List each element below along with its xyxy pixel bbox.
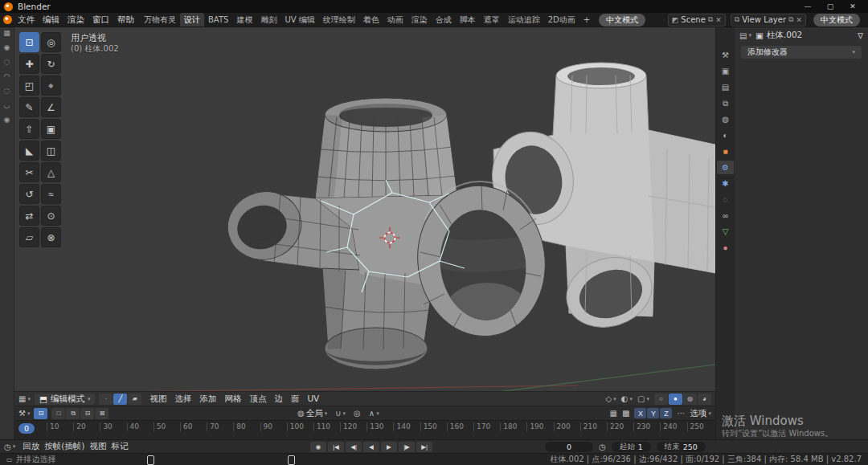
playback-menu[interactable]: 按帧(插帧) (42, 441, 87, 452)
select-option-button-select-intersect[interactable]: ⊠ (95, 408, 108, 419)
scene-close-icon[interactable]: ✕ (715, 16, 722, 24)
transport-button-play-reverse[interactable]: ◀ (363, 442, 379, 452)
properties-tab-scene[interactable]: ◍ (717, 112, 734, 126)
top-menu[interactable]: 编辑 (39, 14, 63, 27)
workspace-tab[interactable]: 纹理绘制 (319, 13, 359, 27)
minimize-button[interactable]: — (796, 0, 819, 13)
axis-button[interactable]: X (634, 408, 646, 418)
tool-button-loop-cut[interactable]: ◫ (41, 141, 61, 161)
workspace-tab[interactable]: BATS (204, 14, 232, 26)
strip-icon-toggle-5[interactable]: ◡ (4, 102, 10, 109)
properties-tab-output[interactable]: ▤ (717, 80, 734, 94)
workspace-tab[interactable]: 合成 (432, 13, 456, 27)
strip-icon-toggle-1[interactable]: ◉ (4, 44, 10, 51)
end-frame-field[interactable]: 结束250 (657, 442, 706, 452)
properties-tab-constraints[interactable]: ∞ (717, 209, 734, 222)
tool-button-select-box[interactable]: ⊡ (19, 32, 39, 52)
viewport-toggle-show-gizmo[interactable]: ◇▾ (606, 394, 616, 403)
shading-mode-button-material-preview[interactable]: ◍ (683, 394, 697, 405)
transport-button-jump-end[interactable]: ▶| (416, 442, 432, 452)
language-mode-button[interactable]: 中文模式 (599, 14, 645, 27)
transport-button-prev-keyframe[interactable]: ◀| (346, 442, 362, 452)
select-option-button-select-subtract[interactable]: ⊟ (80, 408, 94, 419)
view-layer-selector[interactable]: ⧉ View Layer ⧉ ✕ (731, 14, 806, 27)
active-tool-button[interactable]: ⊡ (34, 408, 47, 419)
workspace-tab[interactable]: + (579, 14, 594, 26)
shading-mode-button-wireframe[interactable]: ○ (654, 394, 668, 405)
filter-icon[interactable]: ∇ (858, 31, 863, 40)
workspace-tab[interactable]: 遮罩 (480, 13, 504, 27)
top-menu[interactable]: 帮助 (113, 14, 138, 27)
tool-button-shear[interactable]: ▱ (19, 227, 39, 247)
workspace-tab[interactable]: 运动追踪 (504, 13, 544, 27)
viewport-canvas[interactable] (14, 27, 715, 391)
top-menu[interactable]: 窗口 (88, 14, 113, 27)
viewport-menu[interactable]: 选择 (170, 394, 195, 405)
workspace-tab[interactable]: 2D动画 (544, 13, 579, 27)
strip-icon-toggle-4[interactable]: ◌ (4, 88, 10, 95)
viewport-toggle-toggle-xray[interactable]: ▢▾ (637, 394, 649, 403)
maximize-button[interactable]: ▢ (819, 0, 841, 13)
axis-button[interactable]: Y (647, 408, 659, 418)
axis-button[interactable]: Z (660, 408, 672, 418)
tool-button-cursor[interactable]: ◎ (41, 32, 61, 52)
select-option-button-select-extend[interactable]: ⧉ (66, 408, 80, 419)
properties-tab-physics[interactable]: ◌ (717, 193, 734, 206)
tool-button-transform[interactable]: ⌖ (41, 75, 61, 96)
tool-button-smooth[interactable]: ≈ (41, 184, 61, 204)
workspace-tab[interactable]: 设计 (180, 13, 204, 27)
properties-tab-object-data[interactable]: ▽ (717, 225, 734, 239)
viewport-menu[interactable]: 网格 (220, 394, 245, 405)
tool-button-rip-region[interactable]: ⊗ (41, 227, 61, 247)
top-menu[interactable]: 渲染 (63, 14, 88, 27)
viewport-menu[interactable]: 视图 (145, 394, 170, 405)
viewport-3d[interactable]: 用户透视 (0) 柱体.002 ⊡◎✚↻◰⌖✎∠⇧▣◣◫✂△↺≈⇄⊙▱⊗ (14, 27, 715, 391)
falloff-icon[interactable]: ∧▾ (369, 409, 379, 418)
strip-icon-toggle-3[interactable]: ◠ (4, 73, 10, 80)
mode-selector[interactable]: ⬒ 编辑模式 ▾ (35, 394, 95, 405)
add-modifier-dropdown[interactable]: 添加修改器 ▾ (741, 46, 862, 59)
tool-button-bevel[interactable]: ◣ (19, 141, 39, 161)
viewport-menu[interactable]: 边 (270, 394, 287, 405)
workspace-tab[interactable]: 万物有灵 (140, 13, 180, 27)
properties-tab-modifiers[interactable]: ⚙ (717, 161, 734, 174)
current-frame-field[interactable]: 0 (545, 442, 593, 452)
shading-mode-button-rendered[interactable]: ◕ (698, 394, 711, 405)
transport-button-jump-start[interactable]: |◀ (328, 442, 344, 452)
properties-tab-render[interactable]: ▣ (717, 64, 734, 78)
workspace-tab[interactable]: UV 编辑 (280, 13, 318, 27)
tool-button-annotate[interactable]: ✎ (19, 97, 39, 117)
options-dropdown[interactable]: 选项▾ (690, 408, 711, 419)
workspace-tab[interactable]: 建模 (232, 13, 256, 27)
workspace-tab[interactable]: 脚本 (456, 13, 480, 27)
use-preview-range-icon[interactable]: ◷ (599, 443, 606, 451)
tool-button-shrink-fatten[interactable]: ⊙ (41, 206, 61, 226)
top-menu[interactable]: 文件 (14, 14, 39, 27)
current-frame-badge[interactable]: 0 (18, 423, 35, 434)
language-mode-button-right[interactable]: 中文模式 (813, 14, 860, 27)
properties-tab-material[interactable]: ● (717, 241, 734, 255)
playback-menu[interactable]: 标记 (108, 441, 130, 452)
strip-icon-editor-type[interactable]: ▦ (3, 30, 10, 37)
select-mode-button-face[interactable]: ▰ (128, 394, 141, 405)
strip-icon-toggle-2[interactable]: ◌ (4, 59, 10, 66)
transport-button-next-keyframe[interactable]: |▶ (399, 442, 415, 452)
properties-tab-particles[interactable]: ✱ (717, 177, 734, 190)
viewport-menu[interactable]: 面 (287, 394, 304, 405)
view-layer-close-icon[interactable]: ✕ (796, 16, 802, 24)
view-layer-new-icon[interactable]: ⧉ (788, 15, 793, 24)
viewport-toggle-show-overlays[interactable]: ◐▾ (621, 394, 633, 403)
tool-button-poly-build[interactable]: △ (41, 162, 61, 182)
workspace-tab[interactable]: 雕刻 (256, 13, 280, 27)
workspace-tab[interactable]: 动画 (383, 13, 407, 27)
tool-settings-editor-button[interactable]: ⚒▾ (18, 409, 30, 418)
record-button[interactable]: ◉ (310, 442, 326, 452)
tool-button-measure[interactable]: ∠ (41, 97, 61, 117)
snap-magnet-icon[interactable]: ∪▾ (335, 409, 346, 418)
workspace-tab[interactable]: 渲染 (407, 13, 432, 27)
timeline-editor-button[interactable]: ◷▾ (4, 443, 15, 451)
scene-new-icon[interactable]: ⧉ (708, 15, 713, 24)
select-mode-button-vertex[interactable]: ∙ (99, 394, 113, 405)
playback-menu[interactable]: 回放 (20, 441, 42, 452)
tool-button-knife[interactable]: ✂ (19, 162, 39, 182)
